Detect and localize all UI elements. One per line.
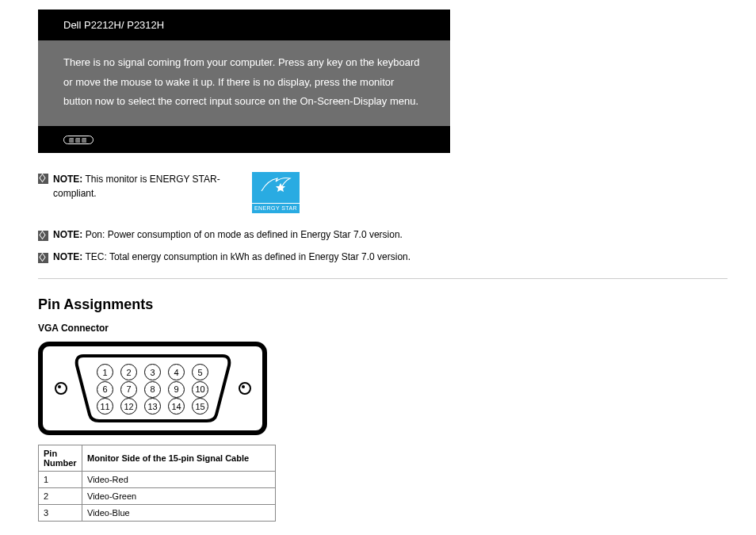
vga-pin: 3 xyxy=(144,364,161,380)
table-cell: Video-Green xyxy=(82,488,276,505)
energy-star-icon xyxy=(260,175,292,199)
table-cell: 1 xyxy=(39,472,82,488)
osd-header: Dell P2212H/ P2312H xyxy=(38,10,450,40)
note-icon xyxy=(38,174,48,184)
vga-pin: 9 xyxy=(168,381,185,398)
note-tec-text: NOTE: TEC: Total energy consumption in k… xyxy=(53,250,727,264)
table-row: 3 Video-Blue xyxy=(39,505,276,522)
vga-pin: 10 xyxy=(192,381,208,398)
vga-pin-row-2: 6 7 8 9 10 xyxy=(97,381,208,398)
vga-pin-table: Pin Number Monitor Side of the 15-pin Si… xyxy=(38,445,276,522)
table-cell: Video-Blue xyxy=(82,505,276,522)
note-energystar-row: NOTE: This monitor is ENERGY STAR-compli… xyxy=(38,172,727,213)
vga-screw-right-icon xyxy=(239,382,251,395)
table-row: 2 Video-Green xyxy=(39,488,276,505)
vga-connector-diagram: 1 2 3 4 5 6 7 8 9 10 11 12 13 14 xyxy=(38,342,267,435)
vga-pin: 7 xyxy=(120,381,137,398)
note-prefix: NOTE: xyxy=(53,174,82,185)
table-header-row: Pin Number Monitor Side of the 15-pin Si… xyxy=(39,445,276,472)
table-cell: 2 xyxy=(39,488,82,505)
table-header-cell: Pin Number xyxy=(39,445,82,472)
section-title: Pin Assignments xyxy=(38,296,718,313)
vga-pin: 12 xyxy=(120,398,137,415)
vga-pin: 1 xyxy=(97,364,113,380)
section-divider xyxy=(38,278,727,279)
note-pon-text: NOTE: Pon: Power consumption of on mode … xyxy=(53,227,727,242)
vga-pin: 8 xyxy=(144,381,161,398)
vga-pin-row-1: 1 2 3 4 5 xyxy=(97,364,208,380)
vga-pin: 6 xyxy=(97,381,113,398)
osd-message-box: Dell P2212H/ P2312H There is no signal c… xyxy=(38,10,450,153)
vga-subheading: VGA Connector xyxy=(38,323,718,334)
vga-pin: 13 xyxy=(144,398,161,415)
note-pon-row: NOTE: Pon: Power consumption of on mode … xyxy=(38,227,727,242)
energy-star-badge: ENERGY STAR xyxy=(252,172,300,213)
vga-pin: 11 xyxy=(97,398,113,415)
vga-badge-icon: ▥▥▥ xyxy=(63,136,94,144)
vga-pin: 2 xyxy=(120,364,137,380)
vga-screw-left-icon xyxy=(55,382,67,395)
note-icon xyxy=(38,231,48,241)
table-header-cell: Monitor Side of the 15-pin Signal Cable xyxy=(82,445,276,472)
table-cell: Video-Red xyxy=(82,472,276,488)
osd-footer: ▥▥▥ xyxy=(38,126,450,153)
vga-trapezoid: 1 2 3 4 5 6 7 8 9 10 11 12 13 14 xyxy=(74,354,232,422)
note-tec-row: NOTE: TEC: Total energy consumption in k… xyxy=(38,250,727,264)
vga-pin-row-3: 11 12 13 14 15 xyxy=(97,398,208,415)
note-prefix: NOTE: xyxy=(53,229,82,240)
note-icon xyxy=(38,253,48,263)
vga-pin: 4 xyxy=(168,364,185,380)
vga-pin: 14 xyxy=(168,398,185,415)
note-prefix: NOTE: xyxy=(53,251,82,262)
energy-star-label: ENERGY STAR xyxy=(252,203,300,213)
note-energystar-text: NOTE: This monitor is ENERGY STAR-compli… xyxy=(53,172,252,201)
vga-pin: 5 xyxy=(192,364,208,380)
table-cell: 3 xyxy=(39,505,82,522)
table-row: 1 Video-Red xyxy=(39,472,276,488)
osd-body-text: There is no signal coming from your comp… xyxy=(38,40,450,126)
vga-pin: 15 xyxy=(192,398,208,415)
